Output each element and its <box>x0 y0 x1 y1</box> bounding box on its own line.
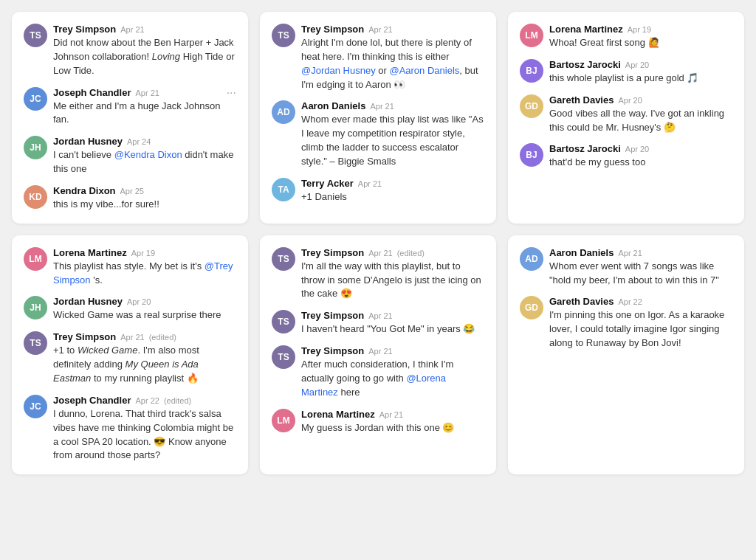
comment-text: Good vibes all the way. I've got an inkl… <box>549 107 732 135</box>
comment-date: Apr 22 <box>618 297 642 306</box>
comment-card-2: TSTrey SimpsonApr 21Alright I'm done lol… <box>260 12 496 224</box>
comment-date: Apr 20 <box>618 96 642 105</box>
comment-text: Me either and I'm a huge Jack Johnson fa… <box>53 100 236 128</box>
comment-header: Aaron DanielsApr 21 <box>301 100 484 111</box>
comment-header: Trey SimpsonApr 21 <box>301 345 484 356</box>
comment: GDGareth DaviesApr 20Good vibes all the … <box>520 94 732 135</box>
avatar: TS <box>24 331 47 355</box>
comment-author: Jordan Husney <box>53 136 123 147</box>
comment-text: I can't believe @Kendra Dixon didn't mak… <box>53 148 236 176</box>
comment-card-5: TSTrey SimpsonApr 21(edited)I'm all the … <box>260 235 496 474</box>
comment-date: Apr 21 <box>120 25 144 34</box>
avatar: JC <box>24 87 47 111</box>
comment: GDGareth DaviesApr 22I'm pinning this on… <box>520 296 732 350</box>
comment: LMLorena MartinezApr 19Whoa! Great first… <box>520 24 732 50</box>
comment-author: Aaron Daniels <box>549 247 614 258</box>
comment-author: Kendra Dixon <box>53 185 116 196</box>
comment-date: Apr 21 <box>358 179 382 188</box>
comment-body: Terry AckerApr 21+1 Daniels <box>301 178 484 204</box>
comment: TSTrey SimpsonApr 21Did not know about t… <box>24 24 236 78</box>
comment-body: Gareth DaviesApr 20Good vibes all the wa… <box>549 94 732 135</box>
comment-text: Wicked Game was a real surprise there <box>53 308 236 322</box>
comment-body: Joseph ChandlerApr 22(edited)I dunno, Lo… <box>53 395 236 463</box>
comment-body: ···Joseph ChandlerApr 21Me either and I'… <box>53 87 236 128</box>
edited-label: (edited) <box>164 396 191 405</box>
comment-header: Trey SimpsonApr 21 <box>53 24 236 35</box>
comment-author: Bartosz Jarocki <box>549 143 621 154</box>
comment-author: Trey Simpson <box>301 345 364 356</box>
avatar: TS <box>272 345 295 369</box>
comment-author: Trey Simpson <box>53 24 116 35</box>
comment-date: Apr 21 <box>120 333 144 342</box>
comment-text: that'd be my guess too <box>549 156 732 170</box>
avatar: JH <box>24 296 47 319</box>
avatar: BJ <box>520 59 543 83</box>
comment: TSTrey SimpsonApr 21I haven't heard "You… <box>272 310 484 336</box>
avatar: JC <box>24 395 47 418</box>
comment-header: Joseph ChandlerApr 22(edited) <box>53 395 236 406</box>
comment-header: Gareth DaviesApr 20 <box>549 94 732 106</box>
comment-date: Apr 22 <box>135 396 159 405</box>
comment-header: Joseph ChandlerApr 21 <box>53 87 227 98</box>
comment-date: Apr 21 <box>368 311 392 320</box>
avatar: TS <box>272 24 295 47</box>
comment-text: Whoa! Great first song 🙋 <box>549 36 732 50</box>
comment-author: Trey Simpson <box>53 331 116 342</box>
comment: ADAaron DanielsApr 21Whom ever went with… <box>520 247 732 288</box>
comment-date: Apr 19 <box>628 25 651 34</box>
comment-author: Trey Simpson <box>301 24 364 35</box>
comment-body: Lorena MartinezApr 21My guess is Jordan … <box>301 409 484 435</box>
comment-body: Jordan HusneyApr 20Wicked Game was a rea… <box>53 296 236 322</box>
comment-author: Terry Acker <box>301 178 354 189</box>
comment: JCJoseph ChandlerApr 22(edited)I dunno, … <box>24 395 236 463</box>
comment-date: Apr 24 <box>127 137 151 146</box>
comment-header: Trey SimpsonApr 21(edited) <box>53 331 236 342</box>
comment-card-3: LMLorena MartinezApr 19Whoa! Great first… <box>508 12 744 224</box>
comment-date: Apr 25 <box>120 187 144 196</box>
comment-date: Apr 21 <box>618 249 642 257</box>
comment-text: Did not know about the Ben Harper + Jack… <box>53 36 236 78</box>
comment-author: Gareth Davies <box>549 94 614 106</box>
comment-body: Aaron DanielsApr 21Whom ever went with 7… <box>549 247 732 288</box>
comment-body: Bartosz JarockiApr 20this whole playlist… <box>549 59 732 86</box>
avatar: KD <box>24 185 47 209</box>
avatar: AD <box>272 100 295 124</box>
comment-text: Alright I'm done lol, but there is plent… <box>301 36 484 91</box>
comment-text: I dunno, Lorena. That third track's sals… <box>53 407 236 463</box>
comment-header: Lorena MartinezApr 19 <box>549 24 732 35</box>
comment-date: Apr 21 <box>368 25 392 34</box>
comment-body: Trey SimpsonApr 21(edited)I'm all the wa… <box>301 247 484 302</box>
avatar: LM <box>272 409 295 432</box>
avatar: AD <box>520 247 543 271</box>
comment: TSTrey SimpsonApr 21After much considera… <box>272 345 484 400</box>
comment-date: Apr 21 <box>135 89 159 97</box>
comment-author: Trey Simpson <box>301 310 364 321</box>
comment: LMLorena MartinezApr 21My guess is Jorda… <box>272 409 484 435</box>
avatar: LM <box>520 24 543 47</box>
comment-header: Bartosz JarockiApr 20 <box>549 143 732 154</box>
comment-text: this is my vibe...for sure!! <box>53 198 236 212</box>
comment-date: Apr 20 <box>625 145 649 153</box>
avatar: TA <box>272 178 295 201</box>
avatar: TS <box>24 24 47 47</box>
edited-label: (edited) <box>149 333 176 342</box>
comment: TSTrey SimpsonApr 21(edited)+1 to Wicked… <box>24 331 236 386</box>
comment: KDKendra DixonApr 25this is my vibe...fo… <box>24 185 236 212</box>
comment-author: Jordan Husney <box>53 296 123 307</box>
comment-author: Lorena Martinez <box>53 247 127 258</box>
comment-date: Apr 20 <box>625 61 649 69</box>
edited-label: (edited) <box>397 249 425 257</box>
comment: TATerry AckerApr 21+1 Daniels <box>272 178 484 204</box>
comment: JC···Joseph ChandlerApr 21Me either and … <box>24 87 236 128</box>
comment-date: Apr 20 <box>127 297 151 306</box>
comment-author: Aaron Daniels <box>301 100 365 111</box>
more-options-button[interactable]: ··· <box>227 87 236 99</box>
comment-text: this whole playlist is a pure gold 🎵 <box>549 72 732 86</box>
avatar: TS <box>272 247 295 271</box>
comment-author: Lorena Martinez <box>301 409 375 420</box>
comment-body: Trey SimpsonApr 21I haven't heard "You G… <box>301 310 484 336</box>
comment-header: Bartosz JarockiApr 20 <box>549 59 732 70</box>
avatar: JH <box>24 136 47 159</box>
comment-date: Apr 21 <box>368 347 392 356</box>
comment-header: Jordan HusneyApr 24 <box>53 136 236 147</box>
